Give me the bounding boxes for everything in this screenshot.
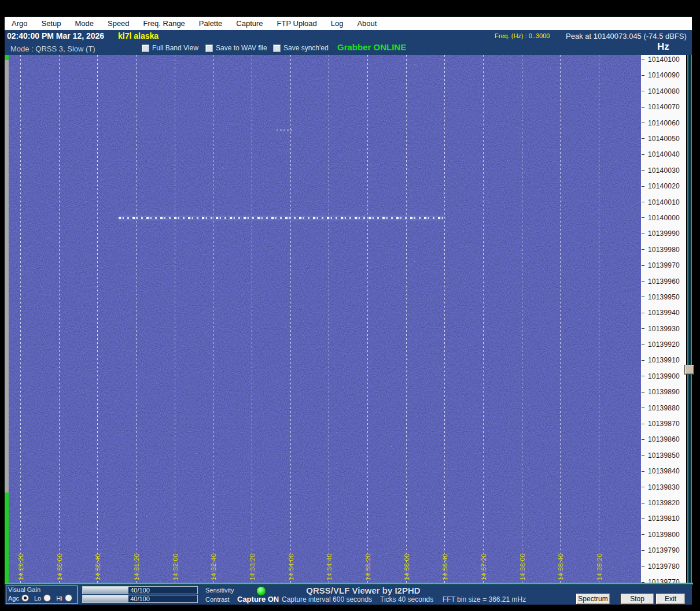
freq-tick-mark (642, 297, 644, 297)
freq-label: 10139790 (648, 546, 680, 554)
radio-agc[interactable] (21, 594, 29, 602)
menu-log[interactable]: Log (324, 19, 351, 28)
freq-scale-row: 10139910 (641, 357, 680, 364)
progress-strip-fill (5, 492, 9, 583)
ticks-label: Ticks 40 seconds (380, 595, 433, 603)
menu-setup[interactable]: Setup (34, 19, 68, 28)
freq-tick-mark (642, 75, 644, 76)
freq-scale-row: 10139960 (641, 278, 680, 285)
slider-value: 40/100 (83, 595, 197, 602)
menu-freq-range[interactable]: Freq. Range (137, 19, 192, 28)
freq-scale-row: 10139800 (641, 531, 680, 538)
radio-lo[interactable] (43, 594, 51, 602)
peak-readout: Peak at 10140073.045 (-74.5 dBFS) (566, 32, 687, 40)
freq-label: 10140070 (648, 103, 680, 111)
menu-palette[interactable]: Palette (192, 19, 229, 28)
freq-tick-mark (642, 503, 644, 503)
freq-label: 10139830 (648, 483, 680, 491)
frequency-scale: 1014010010140090101400801014007010140060… (641, 55, 686, 583)
freq-scale-row: 10140070 (641, 103, 680, 110)
slider-contrast[interactable]: 40/100 (82, 595, 198, 603)
time-stamp: 14:36:40 (441, 553, 448, 580)
time-gridline (20, 55, 21, 583)
qrss-signal-trace (119, 217, 445, 219)
hz-unit-label: Hz (657, 41, 669, 53)
checkbox-save-synch-ed[interactable] (273, 45, 281, 52)
freq-scale-row: 10139830 (641, 484, 680, 491)
freq-tick-mark (642, 186, 644, 187)
checkbox-save-to-wav-file[interactable] (205, 45, 213, 52)
mode-label: Mode : QRSS 3, Slow (T) (10, 45, 95, 53)
time-stamp: 14:38:40 (557, 553, 564, 580)
time-gridline (136, 55, 137, 583)
freq-tick-mark (642, 519, 644, 519)
time-gridline (59, 55, 60, 583)
freq-scale-row: 10140030 (641, 167, 680, 174)
freq-label: 10140040 (648, 150, 680, 158)
menu-about[interactable]: About (350, 19, 384, 28)
freq-label: 10139990 (648, 229, 680, 238)
checkbox-full-band-view[interactable] (142, 45, 149, 52)
freq-label: 10139810 (648, 514, 680, 523)
freq-tick-mark (642, 345, 644, 345)
clock-date: 02:40:00 PM Mar 12, 2026 (7, 31, 104, 40)
freq-tick-mark (642, 281, 644, 282)
freq-label: 10139950 (648, 293, 680, 301)
freq-scale-row: 10139880 (641, 405, 680, 412)
freq-scale-row: 10140080 (641, 88, 680, 95)
freq-scale-row: 10139810 (641, 515, 680, 522)
time-stamp: 14:32:00 (172, 553, 179, 580)
checkbox-label: Save synch'ed (283, 44, 329, 52)
freq-label: 10140020 (648, 182, 680, 190)
freq-label: 10139890 (648, 388, 680, 396)
freq-scale-row: 10139940 (641, 309, 680, 316)
freq-scale-row: 10140020 (641, 183, 680, 190)
menu-mode[interactable]: Mode (68, 19, 101, 28)
freq-scale-row: 10139780 (641, 563, 680, 570)
freq-scale-row: 10139930 (641, 325, 680, 332)
time-stamp: 14:37:20 (480, 553, 487, 580)
freq-label: 10139800 (648, 531, 680, 539)
frequency-slider-track[interactable] (687, 55, 692, 583)
freq-tick-mark (642, 170, 644, 171)
exit-button[interactable]: Exit (655, 593, 686, 605)
frequency-slider-thumb[interactable] (684, 365, 694, 375)
radio-hi[interactable] (65, 594, 72, 602)
grabber-status: Grabber ONLINE (337, 42, 406, 52)
freq-scale-row: 10139790 (641, 547, 680, 554)
menu-capture[interactable]: Capture (229, 19, 270, 28)
time-stamp: 14:34:00 (288, 553, 294, 580)
checkbox-label: Save to WAV file (216, 44, 267, 52)
freq-tick-mark (642, 217, 644, 218)
freq-tick-mark (642, 265, 644, 266)
stop-button[interactable]: Stop (620, 593, 654, 605)
freq-scale-row: 10139890 (641, 388, 680, 395)
time-stamp: 14:38:00 (519, 553, 526, 580)
checkbox-label: Full Band View (152, 44, 198, 52)
freq-tick-mark (642, 487, 644, 487)
freq-tick-mark (642, 249, 644, 250)
app-title: QRSS/VLF Viewer by I2PHD (224, 586, 502, 595)
slider-value: 40/100 (83, 587, 197, 594)
menu-argo[interactable]: Argo (5, 19, 34, 28)
freq-tick-mark (642, 360, 644, 361)
time-stamp: 14:36:00 (403, 553, 410, 580)
freq-label: 10139970 (648, 261, 680, 269)
slider-sensitivity[interactable]: 40/100 (82, 586, 198, 594)
freq-label: 10139900 (648, 372, 680, 380)
freq-tick-mark (642, 471, 644, 472)
radio-label-agc: Agc (8, 595, 19, 602)
menu-ftp-upload[interactable]: FTP Upload (270, 19, 324, 28)
radio-label-hi: Hi (56, 595, 62, 602)
freq-scale-row: 10140100 (641, 56, 680, 63)
freq-tick-mark (642, 234, 644, 234)
waterfall-display[interactable]: 14:29:2014:30:0014:30:4014:31:2014:32:00… (5, 55, 641, 583)
spectrum-button[interactable]: Spectrum (576, 593, 610, 605)
freq-tick-mark (642, 202, 644, 202)
freq-tick-mark (642, 534, 644, 535)
freq-tick-mark (642, 392, 644, 392)
time-gridline (97, 55, 98, 583)
time-stamp: 14:33:20 (249, 553, 256, 580)
menu-speed[interactable]: Speed (101, 19, 137, 28)
freq-tick-mark (642, 154, 644, 155)
